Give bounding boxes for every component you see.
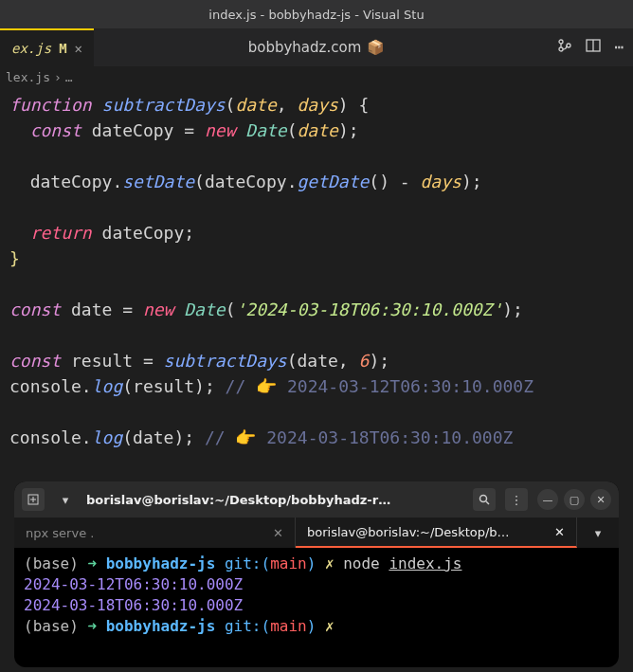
terminal-title-bar: ▾ borislav@borislav:~/Desktop/bobbyhadz-… <box>14 481 619 518</box>
minimize-button[interactable]: — <box>537 489 558 510</box>
keyword: function <box>9 95 92 115</box>
menu-icon[interactable]: ⋮ <box>505 488 528 511</box>
variable: date <box>71 300 112 319</box>
close-icon[interactable]: ✕ <box>273 526 283 540</box>
variable: dateCopy <box>102 223 185 243</box>
method: setDate <box>122 172 194 191</box>
variable: result <box>71 351 133 371</box>
variable: dateCopy <box>205 172 287 191</box>
tab-filename: ex.js <box>11 41 51 56</box>
keyword: const <box>9 351 61 371</box>
svg-point-8 <box>480 496 487 502</box>
arg: result <box>133 376 194 396</box>
keyword: return <box>30 223 92 243</box>
method: log <box>92 427 123 447</box>
keyword: const <box>9 300 61 319</box>
site-name: bobbyhadz.com <box>248 39 362 56</box>
split-editor-icon[interactable] <box>586 38 601 57</box>
breadcrumb-file: lex.js <box>6 70 50 84</box>
variable: dateCopy <box>92 120 174 140</box>
string: '2024-03-18T06:30:10.000Z' <box>235 300 502 319</box>
svg-point-0 <box>559 40 563 44</box>
method: log <box>92 376 123 396</box>
keyword: new <box>143 300 174 319</box>
param: date <box>235 95 276 115</box>
terminal-output-line: 2024-03-18T06:30:10.000Z <box>24 595 609 616</box>
dropdown-icon[interactable]: ▾ <box>54 488 77 511</box>
terminal-line: (base) ➜ bobbyhadz-js git:(main) ✗ node … <box>24 554 609 574</box>
arg: date <box>297 351 337 371</box>
arg: date <box>298 120 338 140</box>
source-control-icon[interactable] <box>557 38 572 57</box>
terminal-tab-label: borislav@borislav:~/Desktop/b… <box>307 525 510 539</box>
window-title: index.js - bobbyhadz-js - Visual Stu <box>208 8 424 22</box>
breadcrumb-more: … <box>65 70 73 84</box>
svg-line-9 <box>486 501 489 504</box>
editor-tab-row: ex.js M ✕ bobbyhadz.com 📦 ⋯ <box>0 28 633 66</box>
new-tab-button[interactable] <box>22 488 45 511</box>
terminal-title: borislav@borislav:~/Desktop/bobbyhadz-r… <box>86 493 463 507</box>
command-center[interactable]: bobbyhadz.com 📦 <box>248 39 386 56</box>
keyword: const <box>30 120 81 140</box>
terminal-tab-label: npx serve . <box>26 526 94 540</box>
close-icon[interactable]: ✕ <box>75 41 82 56</box>
terminal-line: (base) ➜ bobbyhadz-js git:(main) ✗ <box>24 616 609 637</box>
close-icon[interactable]: ✕ <box>554 525 565 539</box>
param: days <box>297 95 337 115</box>
chevron-down-icon: ▾ <box>595 526 602 540</box>
terminal-tab-1[interactable]: npx serve . ✕ <box>14 518 296 548</box>
function-name: subtractDays <box>102 95 226 115</box>
maximize-button[interactable]: ▢ <box>564 489 585 510</box>
search-icon[interactable] <box>473 488 496 511</box>
arg: date <box>133 427 173 447</box>
svg-point-1 <box>559 47 563 51</box>
window-title-bar: index.js - bobbyhadz-js - Visual Stu <box>0 0 633 28</box>
terminal-tab-dropdown[interactable]: ▾ <box>577 518 619 548</box>
keyword: new <box>205 120 236 140</box>
type: Date <box>245 120 286 140</box>
editor-actions: ⋯ <box>557 38 624 57</box>
terminal-window: ▾ borislav@borislav:~/Desktop/bobbyhadz-… <box>14 481 619 667</box>
editor-tab[interactable]: ex.js M ✕ <box>0 28 94 66</box>
type: Date <box>184 300 225 319</box>
number: 6 <box>359 351 370 371</box>
terminal-tabs: npx serve . ✕ borislav@borislav:~/Deskto… <box>14 518 619 548</box>
terminal-output-line: 2024-03-12T06:30:10.000Z <box>24 574 609 595</box>
code-editor[interactable]: function subtractDays(date, days) { cons… <box>0 88 633 469</box>
comment: // 👉️ 2024-03-12T06:30:10.000Z <box>226 376 534 396</box>
terminal-output[interactable]: (base) ➜ bobbyhadz-js git:(main) ✗ node … <box>14 548 619 643</box>
variable: dateCopy <box>30 172 113 191</box>
console: console <box>9 427 81 447</box>
tab-modified-indicator: M <box>59 41 66 56</box>
method: getDate <box>297 172 369 191</box>
comment: // 👉️ 2024-03-18T06:30:10.000Z <box>205 427 513 447</box>
chevron-right-icon: › <box>54 70 62 84</box>
box-icon: 📦 <box>367 39 385 56</box>
arg: days <box>421 172 461 191</box>
console: console <box>9 376 81 396</box>
breadcrumb[interactable]: lex.js › … <box>0 66 633 88</box>
terminal-tab-2[interactable]: borislav@borislav:~/Desktop/b… ✕ <box>296 518 577 548</box>
close-button[interactable]: ✕ <box>590 489 611 510</box>
more-icon[interactable]: ⋯ <box>614 38 624 57</box>
function-call: subtractDays <box>164 351 287 371</box>
